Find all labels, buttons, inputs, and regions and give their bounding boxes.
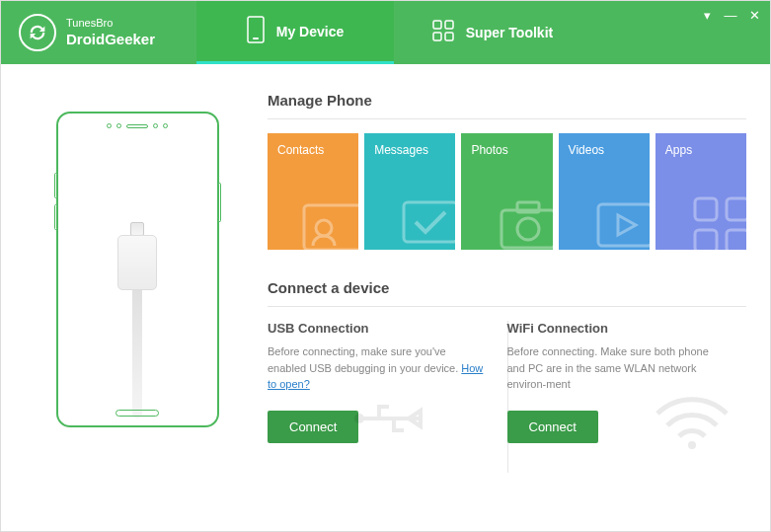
svg-point-18: [688, 441, 696, 449]
minimize-icon[interactable]: —: [723, 7, 738, 23]
svg-point-7: [316, 220, 332, 236]
manage-tiles: Contacts Messages Photos Videos Apps: [268, 133, 746, 250]
svg-rect-2: [433, 21, 441, 29]
device-preview-column: [25, 92, 250, 511]
connect-device-title: Connect a device: [268, 279, 746, 296]
usb-connection-panel: USB Connection Before connecting, make s…: [268, 321, 507, 443]
svg-rect-8: [404, 202, 455, 242]
wifi-connect-button[interactable]: Connect: [507, 411, 598, 443]
tile-messages[interactable]: Messages: [364, 133, 455, 250]
phone-illustration: [56, 112, 219, 427]
usb-cable-icon: [117, 222, 157, 418]
svg-rect-10: [517, 202, 539, 212]
usb-title: USB Connection: [268, 321, 484, 336]
svg-rect-14: [727, 198, 746, 220]
tile-videos[interactable]: Videos: [559, 133, 650, 250]
usb-connect-button[interactable]: Connect: [268, 411, 358, 443]
grid-icon: [432, 20, 454, 45]
usb-icon: [349, 384, 438, 453]
divider: [268, 118, 746, 119]
camera-icon: [494, 190, 553, 250]
svg-rect-3: [445, 21, 453, 29]
svg-rect-15: [695, 230, 717, 250]
video-play-icon: [590, 190, 650, 250]
brand-name-small: TunesBro: [66, 17, 155, 30]
main-content: Manage Phone Contacts Messages Photos Vi…: [1, 64, 770, 531]
wifi-icon: [648, 384, 736, 453]
wifi-title: WiFi Connection: [507, 321, 724, 336]
logo-icon: [19, 14, 56, 51]
tile-apps[interactable]: Apps: [655, 133, 746, 250]
phone-icon: [247, 16, 265, 47]
svg-rect-1: [253, 38, 259, 39]
svg-rect-9: [501, 210, 553, 248]
brand-logo: TunesBro DroidGeeker: [1, 14, 196, 51]
svg-rect-5: [445, 33, 453, 40]
tab-label: My Device: [276, 24, 344, 39]
manage-phone-title: Manage Phone: [268, 92, 746, 109]
android-refresh-icon: [27, 22, 48, 43]
tab-my-device[interactable]: My Device: [196, 1, 394, 64]
close-icon[interactable]: ✕: [746, 7, 762, 23]
brand-name-big: DroidGeeker: [66, 31, 155, 48]
svg-rect-4: [433, 33, 441, 40]
divider: [268, 306, 746, 307]
menu-dropdown-icon[interactable]: ▾: [699, 7, 715, 23]
svg-rect-13: [695, 198, 717, 220]
svg-point-17: [354, 414, 364, 423]
contact-card-icon: [299, 190, 358, 250]
tile-photos[interactable]: Photos: [461, 133, 552, 250]
svg-rect-16: [727, 230, 746, 250]
title-bar: TunesBro DroidGeeker My Device Super Too…: [1, 1, 770, 64]
apps-grid-icon: [687, 190, 746, 250]
connect-options: USB Connection Before connecting, make s…: [268, 321, 746, 443]
svg-point-11: [517, 218, 539, 240]
message-check-icon: [396, 190, 455, 250]
tab-label: Super Toolkit: [466, 25, 553, 40]
wifi-connection-panel: WiFi Connection Before connecting. Make …: [507, 321, 747, 443]
tile-contacts[interactable]: Contacts: [268, 133, 358, 250]
tab-super-toolkit[interactable]: Super Toolkit: [394, 1, 591, 64]
svg-rect-12: [598, 204, 650, 246]
